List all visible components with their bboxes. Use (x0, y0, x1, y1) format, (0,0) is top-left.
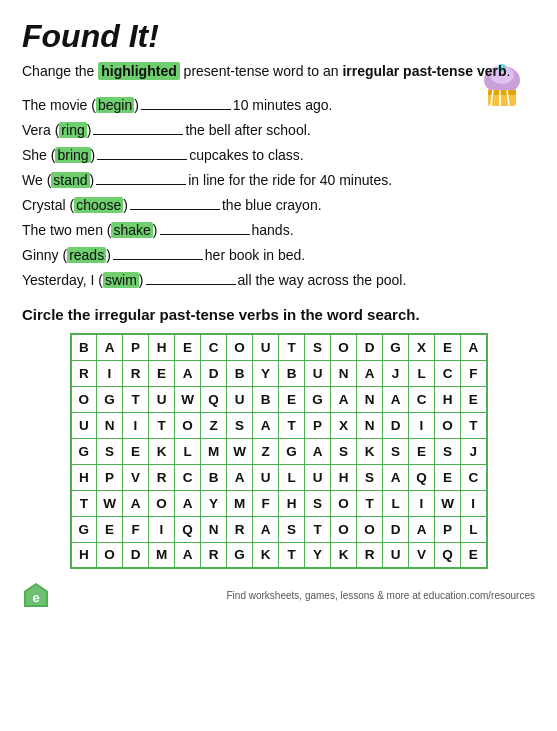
subtitle-before: Change the (22, 63, 98, 79)
word-search-row: BAPHECOUTSODGXEA (71, 334, 487, 360)
word-search-cell: H (149, 334, 175, 360)
word-search-cell: T (123, 386, 149, 412)
word-search-cell: E (175, 334, 201, 360)
word-search-cell: R (201, 542, 227, 568)
sentence-middle: ) (134, 97, 139, 113)
sentence-middle: ) (123, 197, 128, 213)
word-search-cell: C (461, 464, 487, 490)
sentence-verb: shake (111, 222, 152, 238)
word-search-cell: Y (253, 360, 279, 386)
word-search-cell: A (175, 490, 201, 516)
word-search-cell: C (409, 386, 435, 412)
word-search-cell: U (253, 334, 279, 360)
word-search-cell: R (149, 464, 175, 490)
word-search-row: RIREADBYBUNAJLCF (71, 360, 487, 386)
word-search-cell: L (461, 516, 487, 542)
sentence-middle: ) (87, 122, 92, 138)
word-search-cell: G (279, 438, 305, 464)
sentence-verb: begin (96, 97, 134, 113)
word-search-cell: I (461, 490, 487, 516)
word-search-cell: F (461, 360, 487, 386)
sentence-after: the blue crayon. (222, 197, 322, 213)
word-search-cell: A (409, 516, 435, 542)
word-search-title: Circle the irregular past-tense verbs in… (22, 306, 535, 323)
word-search-cell: A (383, 464, 409, 490)
sentence-blank (130, 196, 220, 210)
sentence-middle: ) (153, 222, 158, 238)
sentence-blank (96, 171, 186, 185)
word-search-cell: D (383, 516, 409, 542)
word-search-cell: E (435, 334, 461, 360)
word-search-row: HPVRCBAULUHSAQEC (71, 464, 487, 490)
sentence-after: all the way across the pool. (238, 272, 407, 288)
word-search-cell: S (97, 438, 123, 464)
word-search-cell: N (331, 360, 357, 386)
sentence-verb: ring (59, 122, 86, 138)
word-search-cell: O (175, 412, 201, 438)
word-search-cell: T (71, 490, 97, 516)
sentence-row: The two men (shake) hands. (22, 221, 535, 238)
sentence-row: We (stand) in line for the ride for 40 m… (22, 171, 535, 188)
word-search-cell: N (357, 412, 383, 438)
word-search-cell: O (331, 334, 357, 360)
word-search-cell: V (123, 464, 149, 490)
word-search-cell: Q (409, 464, 435, 490)
word-search-cell: U (149, 386, 175, 412)
word-search-cell: C (435, 360, 461, 386)
svg-text:e: e (32, 590, 39, 605)
sentence-middle: ) (139, 272, 144, 288)
word-search-cell: P (305, 412, 331, 438)
word-search-cell: U (253, 464, 279, 490)
word-search-cell: I (409, 412, 435, 438)
word-search-cell: A (175, 542, 201, 568)
footer-logo: e (22, 581, 50, 609)
sentence-row: She (bring) cupcakes to class. (22, 146, 535, 163)
sentence-blank (93, 121, 183, 135)
word-search-cell: L (383, 490, 409, 516)
word-search-cell: D (357, 334, 383, 360)
word-search-cell: A (331, 386, 357, 412)
sentence-after: her book in bed. (205, 247, 305, 263)
word-search-cell: N (357, 386, 383, 412)
word-search-cell: T (305, 516, 331, 542)
sentence-middle: ) (91, 147, 96, 163)
word-search-cell: G (71, 516, 97, 542)
sentence-verb: bring (55, 147, 90, 163)
sentence-before: Ginny ( (22, 247, 67, 263)
footer: e Find worksheets, games, lessons & more… (22, 581, 535, 609)
word-search-cell: U (227, 386, 253, 412)
sentence-middle: ) (106, 247, 111, 263)
word-search-cell: R (123, 360, 149, 386)
word-search-table: BAPHECOUTSODGXEARIREADBYBUNAJLCFOGTUWQUB… (70, 333, 488, 569)
word-search-cell: A (357, 360, 383, 386)
word-search-cell: O (97, 542, 123, 568)
word-search-cell: U (305, 464, 331, 490)
word-search-cell: J (461, 438, 487, 464)
sentence-after: the bell after school. (185, 122, 310, 138)
sentence-row: Ginny (reads) her book in bed. (22, 246, 535, 263)
sentence-before: We ( (22, 172, 51, 188)
word-search-cell: W (97, 490, 123, 516)
word-search-cell: B (253, 386, 279, 412)
word-search-cell: P (97, 464, 123, 490)
word-search-cell: E (461, 542, 487, 568)
word-search-row: GSEKLMWZGASKSESJ (71, 438, 487, 464)
subtitle: Change the highlighted present-tense wor… (22, 61, 535, 82)
subtitle-after: present-tense word to an (180, 63, 343, 79)
word-search-cell: F (123, 516, 149, 542)
word-search-cell: S (227, 412, 253, 438)
word-search-cell: A (97, 334, 123, 360)
word-search-cell: B (279, 360, 305, 386)
sentence-row: The movie (begin) 10 minutes ago. (22, 96, 475, 113)
word-search-cell: G (71, 438, 97, 464)
word-search-cell: H (331, 464, 357, 490)
word-search-cell: U (383, 542, 409, 568)
word-search-cell: C (175, 464, 201, 490)
word-search-cell: A (227, 464, 253, 490)
word-search-cell: J (383, 360, 409, 386)
word-search-cell: T (357, 490, 383, 516)
word-search-cell: L (409, 360, 435, 386)
word-search-cell: F (253, 490, 279, 516)
sentence-before: She ( (22, 147, 55, 163)
sentence-before: The movie ( (22, 97, 96, 113)
